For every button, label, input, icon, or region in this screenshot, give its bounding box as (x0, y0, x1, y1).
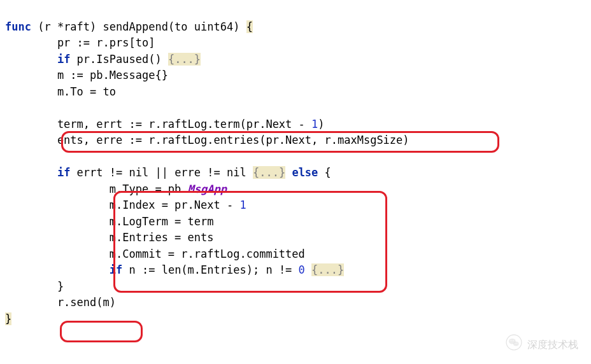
open-brace: { (246, 20, 253, 33)
line-mindex-a: m.Index = pr.Next - (5, 199, 239, 211)
line-mto: m.To = to (5, 85, 116, 98)
fold-region[interactable]: {...} (253, 166, 285, 179)
close-brace: } (5, 312, 11, 325)
keyword-if: if (110, 263, 122, 276)
sp (305, 263, 311, 276)
indent (5, 263, 110, 276)
cond-ispaused: pr.IsPaused() (70, 53, 168, 66)
num-1: 1 (239, 199, 246, 211)
sp (285, 166, 292, 179)
type-msgapp: MsgApp (188, 183, 227, 195)
keyword-if: if (57, 166, 70, 179)
line-term-b: ) (318, 118, 324, 130)
cond-err: errt != nil || erre != nil (70, 166, 253, 179)
line-mlogterm: m.LogTerm = term (5, 215, 214, 228)
code-block: func (r *raft) sendAppend(to uint64) { p… (5, 3, 586, 327)
line-pr-assign: pr := r.prs[to] (5, 36, 155, 49)
line-mtype-a: m.Type = pb. (5, 183, 188, 195)
else-brace: { (318, 166, 331, 179)
cond-n: n := len(m.Entries); n != (122, 263, 298, 276)
line-m-assign: m := pb.Message{} (5, 69, 168, 81)
keyword-func: func (5, 20, 31, 33)
line-term-a: term, errt := r.raftLog.term(pr.Next - (5, 118, 311, 130)
fold-region[interactable]: {...} (311, 263, 344, 276)
keyword-if: if (57, 53, 70, 66)
keyword-else: else (292, 166, 318, 179)
svg-point-6 (516, 343, 517, 344)
svg-point-5 (515, 343, 515, 344)
wechat-icon (506, 334, 522, 355)
watermark-text: 深度技术栈 (527, 337, 578, 353)
watermark: 深度技术栈 (506, 334, 578, 355)
indent (5, 166, 57, 179)
line-rsend: r.send(m) (5, 296, 116, 309)
num-1: 1 (311, 118, 318, 130)
num-0: 0 (299, 263, 305, 276)
line-mcommit: m.Commit = r.raftLog.committed (5, 248, 305, 260)
line-close-brace: } (5, 280, 64, 293)
svg-point-4 (513, 340, 514, 342)
svg-point-2 (513, 342, 519, 346)
indent (5, 53, 57, 66)
line-mentries: m.Entries = ents (5, 231, 214, 244)
line-ents: ents, erre := r.raftLog.entries(pr.Next,… (5, 134, 409, 146)
svg-point-3 (511, 340, 512, 342)
fold-region[interactable]: {...} (168, 53, 201, 66)
sig-text: (r *raft) sendAppend(to uint64) (31, 20, 246, 33)
